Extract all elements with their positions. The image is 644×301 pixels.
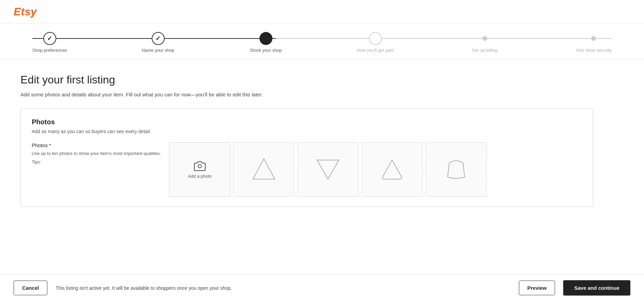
step-shop-preferences: ✓ Shop preferences (32, 32, 68, 53)
photos-field-label: Photos * (32, 142, 161, 148)
placeholder-shape-2 (314, 156, 342, 183)
photos-label-col: Photos * Use up to ten photos to show yo… (32, 142, 161, 164)
preview-button[interactable]: Preview (519, 281, 555, 295)
photo-slot-primary[interactable]: Add a photo (169, 142, 230, 197)
step-stock-your-shop: Stock your shop (249, 32, 283, 53)
step-set-up-billing: Set up billing (468, 32, 502, 53)
photo-slot-5[interactable] (425, 142, 487, 197)
step-label-shop-preferences: Shop preferences (32, 48, 68, 53)
cancel-button[interactable]: Cancel (14, 281, 47, 295)
page-title: Edit your first listing (20, 74, 593, 86)
progress-line-bg (32, 38, 612, 39)
progress-steps: ✓ Shop preferences ✓ Name your shop Stoc… (32, 32, 612, 53)
step-label-how-youll-get-paid: How you'll get paid (357, 48, 394, 53)
photos-tips: Tips: (32, 159, 161, 164)
save-continue-button[interactable]: Save and continue (563, 280, 630, 296)
page-subtitle: Add some photos and details about your i… (20, 92, 593, 97)
photo-slot-3[interactable] (297, 142, 359, 197)
placeholder-shape-1 (250, 156, 278, 183)
step-circle-set-up-billing (482, 36, 487, 41)
step-circle-name-your-shop: ✓ (152, 32, 165, 45)
step-label-your-shop-security: Your shop security (575, 48, 612, 53)
checkmark-icon: ✓ (47, 35, 52, 42)
photos-card: Photos Add as many as you can so buyers … (20, 108, 593, 207)
footer-bar: Cancel This listing isn't active yet. It… (0, 274, 644, 301)
step-how-youll-get-paid: How you'll get paid (357, 32, 394, 53)
photo-slot-4[interactable] (361, 142, 423, 197)
photo-slot-2[interactable] (233, 142, 295, 197)
step-label-name-your-shop: Name your shop (142, 48, 174, 53)
photos-card-title: Photos (32, 118, 582, 126)
camera-icon (194, 161, 206, 171)
checkmark-icon-2: ✓ (155, 35, 161, 42)
svg-marker-2 (317, 160, 339, 179)
step-your-shop-security: Your shop security (575, 32, 612, 53)
photos-hint: Use up to ten photos to show your item's… (32, 151, 161, 156)
header: Etsy (0, 0, 644, 24)
step-label-stock-your-shop: Stock your shop (250, 48, 282, 53)
step-label-set-up-billing: Set up billing (472, 48, 497, 53)
etsy-logo: Etsy (14, 5, 37, 18)
step-circle-shop-preferences: ✓ (43, 32, 56, 45)
footer-notice: This listing isn't active yet. It will b… (56, 285, 511, 291)
placeholder-shape-3 (378, 156, 406, 183)
placeholder-shape-4 (443, 156, 470, 183)
photos-grid: Add a photo (169, 142, 582, 197)
add-photo-text: Add a photo (188, 174, 212, 179)
svg-marker-1 (253, 159, 275, 179)
step-circle-stock-your-shop (259, 32, 272, 45)
step-name-your-shop: ✓ Name your shop (141, 32, 175, 53)
step-circle-your-shop-security (591, 36, 596, 41)
progress-section: ✓ Shop preferences ✓ Name your shop Stoc… (0, 24, 644, 60)
photos-card-subtitle: Add as many as you can so buyers can see… (32, 129, 582, 134)
svg-point-0 (198, 164, 201, 168)
photos-section: Photos * Use up to ten photos to show yo… (32, 142, 582, 197)
step-circle-how-youll-get-paid (369, 32, 382, 45)
main-content: Edit your first listing Add some photos … (0, 60, 614, 301)
